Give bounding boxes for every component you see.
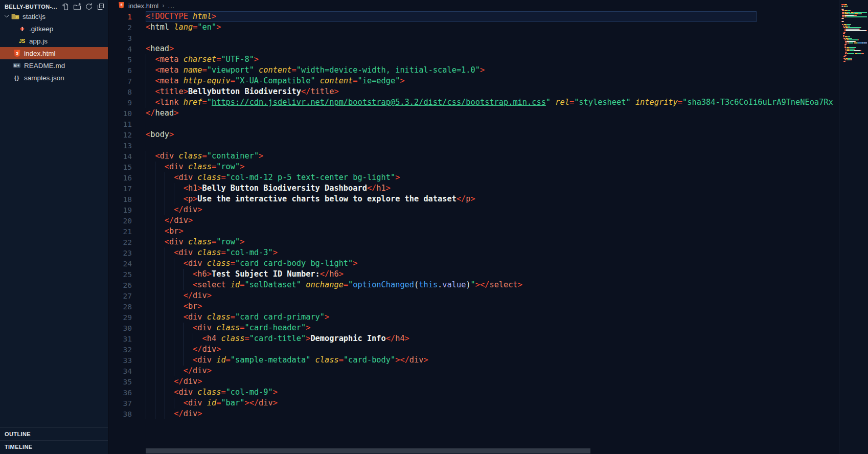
code-line[interactable]: 31 <h4 class="card-title">Demographic In… <box>108 333 839 344</box>
code-line[interactable]: 5 <meta charset="UTF-8"> <box>108 54 839 65</box>
breadcrumb-more[interactable]: ... <box>168 2 175 10</box>
file-item-static-js[interactable]: JSstatic\js <box>0 10 108 22</box>
code-line[interactable]: 10</head> <box>108 108 839 119</box>
code-line[interactable]: 34 </div> <box>108 366 839 376</box>
code-line[interactable]: 35 </div> <box>108 376 839 387</box>
new-file-icon[interactable] <box>61 3 70 11</box>
code-line[interactable]: 33 <div id="sample-metadata" class="card… <box>108 355 839 366</box>
code-line[interactable]: 7 <meta http-equiv="X-UA-Compatible" con… <box>108 76 839 86</box>
minimap-line <box>841 41 867 42</box>
indent-guides <box>146 237 165 247</box>
file-label: app.js <box>29 37 48 45</box>
line-text <box>146 140 839 151</box>
markdown-icon: M <box>12 61 21 70</box>
code-line[interactable]: 12<body> <box>108 129 839 140</box>
breadcrumb-file[interactable]: index.html <box>128 2 158 10</box>
line-text: </div> <box>146 215 839 226</box>
code-line[interactable]: 25 <h6>Test Subject ID Number:</h6> <box>108 269 839 280</box>
code-line[interactable]: 28 <br> <box>108 301 839 312</box>
minimap-line <box>841 56 867 57</box>
line-number: 28 <box>108 301 146 312</box>
code-line[interactable]: 17 <h1>Belly Button Biodiversity Dashboa… <box>108 183 839 194</box>
code-line[interactable]: 20 </div> <box>108 215 839 226</box>
code-line[interactable]: 38 </div> <box>108 408 839 419</box>
code-line[interactable]: 11 <box>108 119 839 129</box>
svg-text:5: 5 <box>16 51 18 56</box>
code-line[interactable]: 14 <div class="container"> <box>108 151 839 162</box>
file-item-app-js[interactable]: JSapp.js <box>0 35 108 47</box>
indent-guides <box>146 76 155 86</box>
line-text: <head> <box>146 43 839 54</box>
file-label: README.md <box>24 62 65 70</box>
code-line[interactable]: 26 <select id="selDataset" onchange="opt… <box>108 280 839 290</box>
code-line[interactable]: 24 <div class="card card-body bg-light"> <box>108 258 839 269</box>
horizontal-scrollbar[interactable] <box>146 448 590 453</box>
html-file-icon: 5 <box>118 2 125 10</box>
line-number: 32 <box>108 344 146 355</box>
code-line[interactable]: 21 <br> <box>108 226 839 237</box>
line-number: 11 <box>108 119 146 129</box>
code-line[interactable]: 4<head> <box>108 43 839 54</box>
code-line[interactable]: 19 </div> <box>108 205 839 215</box>
line-number: 1 <box>108 11 146 22</box>
code-line[interactable]: 9 <link href="https://cdn.jsdelivr.net/n… <box>108 97 839 108</box>
minimap-line <box>841 15 867 16</box>
sidebar-section-outline[interactable]: OUTLINE <box>0 427 108 440</box>
code-line[interactable]: 22 <div class="row"> <box>108 237 839 247</box>
indent-guides <box>146 215 165 226</box>
line-text: <html lang="en"> <box>146 22 839 33</box>
line-number: 30 <box>108 323 146 333</box>
code-line[interactable]: 18 <p>Use the interactive charts below t… <box>108 194 839 205</box>
code-line[interactable]: 36 <div class="col-md-9"> <box>108 387 839 398</box>
minimap[interactable] <box>839 0 868 454</box>
indent-guides <box>146 258 184 269</box>
new-folder-icon[interactable] <box>73 3 81 11</box>
line-text: </div> <box>146 205 839 215</box>
file-label: static\js <box>22 13 45 20</box>
minimap-line <box>841 6 867 7</box>
file-item--gitkeep[interactable]: .gitkeep <box>0 22 108 35</box>
line-number: 29 <box>108 312 146 323</box>
code-line[interactable]: 15 <div class="row"> <box>108 162 839 172</box>
code-line[interactable]: 23 <div class="col-md-3"> <box>108 247 839 258</box>
code-editor[interactable]: 1<!DOCTYPE html>2<html lang="en">34<head… <box>108 11 839 454</box>
line-number: 2 <box>108 22 146 33</box>
line-number: 6 <box>108 65 146 76</box>
sidebar-section-timeline[interactable]: TIMELINE <box>0 440 108 453</box>
code-line[interactable]: 13 <box>108 140 839 151</box>
indent-guides <box>146 226 165 237</box>
code-line[interactable]: 3 <box>108 33 839 43</box>
code-line[interactable]: 6 <meta name="viewport" content="width=d… <box>108 65 839 76</box>
line-number: 33 <box>108 355 146 366</box>
code-line[interactable]: 37 <div id="bar"></div> <box>108 398 839 408</box>
minimap-line <box>841 55 867 56</box>
line-text: <div class="card card-primary"> <box>146 312 839 323</box>
line-number: 15 <box>108 162 146 172</box>
editor-pane: 5 index.html › ... 1<!DOCTYPE html>2<htm… <box>108 0 868 454</box>
line-number: 24 <box>108 258 146 269</box>
minimap-line <box>841 39 867 40</box>
line-number: 13 <box>108 140 146 151</box>
minimap-line <box>841 26 867 27</box>
indent-guides <box>146 162 165 172</box>
code-line[interactable]: 30 <div class="card-header"> <box>108 323 839 333</box>
collapse-folders-icon[interactable] <box>97 3 105 11</box>
line-text: </head> <box>146 108 839 119</box>
file-item-readme-md[interactable]: MREADME.md <box>0 59 108 72</box>
refresh-explorer-icon[interactable] <box>85 3 93 11</box>
project-title: BELLY-BUTTON-... <box>5 4 61 10</box>
code-line[interactable]: 32 </div> <box>108 344 839 355</box>
code-line[interactable]: 27 </div> <box>108 290 839 301</box>
file-item-index-html[interactable]: 5index.html <box>0 47 108 59</box>
explorer-actions <box>61 3 105 11</box>
file-label: samples.json <box>24 74 64 82</box>
breadcrumb[interactable]: 5 index.html › ... <box>108 0 868 11</box>
line-number: 4 <box>108 43 146 54</box>
code-line[interactable]: 2<html lang="en"> <box>108 22 839 33</box>
file-item-samples-json[interactable]: {}samples.json <box>0 72 108 84</box>
code-line[interactable]: 1<!DOCTYPE html> <box>108 11 839 22</box>
code-line[interactable]: 16 <div class="col-md-12 p-5 text-center… <box>108 172 839 183</box>
code-line[interactable]: 8 <title>Bellybutton Biodiversity</title… <box>108 86 839 97</box>
code-line[interactable]: 29 <div class="card card-primary"> <box>108 312 839 323</box>
indent-guides <box>146 387 174 398</box>
